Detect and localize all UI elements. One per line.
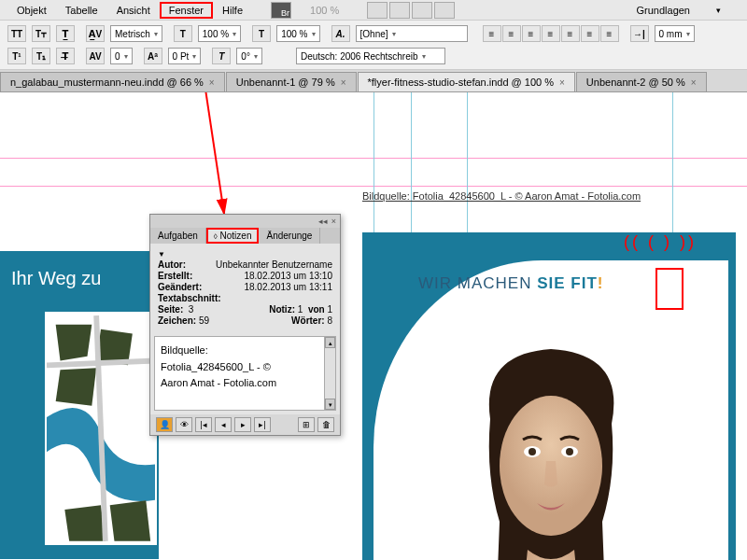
align-center-icon[interactable]: ≡ — [502, 25, 521, 42]
document-canvas[interactable]: Ihr Weg zu Bildquelle: Fotolia_42845600_… — [0, 92, 747, 560]
close-icon[interactable]: × — [691, 77, 697, 88]
zoom-display[interactable]: 100 % — [301, 2, 348, 19]
strike-icon[interactable]: T̶ — [56, 48, 75, 64]
menu-tabelle[interactable]: Tabelle — [56, 2, 107, 19]
align-right-icon[interactable]: ≡ — [522, 25, 541, 42]
first-icon[interactable]: |◂ — [195, 417, 212, 432]
next-icon[interactable]: ▸ — [234, 417, 251, 432]
panel-tabs: Aufgaben ◊ Notizen Änderunge — [150, 228, 340, 244]
map-image — [45, 312, 157, 545]
note-content[interactable]: Bildquelle: Fotolia_42845600_L - © Aaron… — [154, 336, 336, 411]
close-icon[interactable]: × — [559, 77, 565, 88]
hscale-icon[interactable]: T — [174, 25, 192, 42]
screen-mode-icon[interactable] — [434, 2, 455, 19]
note-anchor-marks: (( ( ) )) — [624, 232, 697, 252]
justify-left-icon[interactable]: ≡ — [561, 25, 580, 42]
doc-tab-3[interactable]: Unbenannt-2 @ 50 %× — [576, 72, 707, 91]
tab-notizen[interactable]: ◊ Notizen — [206, 228, 260, 244]
smallcaps-icon[interactable]: Tᴛ — [32, 25, 50, 42]
vscale-icon[interactable]: T — [252, 25, 271, 42]
doc-tab-0[interactable]: n_galabau_mustermann-neu.indd @ 66 %× — [0, 72, 225, 91]
tab-aenderungen[interactable]: Änderunge — [259, 228, 320, 244]
hscale-select[interactable]: 100 % — [198, 25, 241, 42]
close-icon[interactable]: × — [209, 77, 215, 88]
tracking-icon[interactable]: AV — [86, 48, 105, 64]
doc-tab-2[interactable]: *flyer-fitness-studio-stefan.indd @ 100 … — [358, 72, 575, 91]
super-icon[interactable]: T¹ — [7, 48, 26, 64]
prev-icon[interactable]: ◂ — [215, 417, 232, 432]
kerning-select[interactable]: Metrisch — [110, 25, 162, 42]
highlight-exclamation — [655, 268, 684, 310]
indent-select[interactable]: 0 mm — [655, 25, 695, 42]
kerning-icon[interactable]: A̲V — [86, 25, 105, 42]
arrange-icon[interactable] — [412, 2, 432, 19]
menu-hilfe[interactable]: Hilfe — [213, 2, 252, 19]
type-toolbar-1: TT Tᴛ T̲ A̲V Metrisch T 100 % T 100 % A.… — [7, 22, 740, 45]
indent-icon[interactable]: →| — [630, 25, 649, 42]
tracking-select[interactable]: 0 — [110, 48, 133, 64]
image-caption: Bildquelle: Fotolia_42845600_L - © Aaron… — [362, 190, 641, 202]
view-mode-icon[interactable] — [367, 2, 388, 19]
justify-center-icon[interactable]: ≡ — [581, 25, 599, 42]
charstyle-select[interactable]: [Ohne] — [356, 25, 468, 42]
baseline-select[interactable]: 0 Pt — [168, 48, 202, 64]
panel-titlebar[interactable]: ◂◂× — [150, 215, 340, 228]
workspace-selector[interactable]: Grundlagen — [627, 2, 700, 19]
left-page-title: Ihr Weg zu — [0, 251, 159, 299]
close-panel-icon[interactable]: × — [331, 217, 336, 226]
minimize-icon[interactable]: ◂◂ — [318, 217, 328, 226]
woman-photo — [462, 335, 640, 560]
baseline-icon[interactable]: Aª — [144, 48, 162, 64]
close-icon[interactable]: × — [341, 77, 346, 88]
vscale-select[interactable]: 100 % — [276, 25, 319, 42]
underline-icon[interactable]: T̲ — [56, 25, 75, 42]
lang-select[interactable]: Deutsch: 2006 Rechtschreib — [296, 48, 445, 64]
menu-bar: Objekt Tabelle Ansicht Fenster Hilfe Br … — [0, 0, 747, 21]
menu-ansicht[interactable]: Ansicht — [107, 2, 160, 19]
trash-icon[interactable]: 🗑 — [317, 417, 334, 432]
last-icon[interactable]: ▸| — [254, 417, 271, 432]
doc-tab-1[interactable]: Unbenannt-1 @ 79 %× — [226, 72, 357, 91]
allcaps-icon[interactable]: TT — [7, 25, 26, 42]
skew-select[interactable]: 0° — [236, 48, 262, 64]
menu-objekt[interactable]: Objekt — [7, 2, 56, 19]
document-tabs: n_galabau_mustermann-neu.indd @ 66 %× Un… — [0, 70, 747, 92]
skew-icon[interactable]: T — [212, 48, 231, 64]
map-svg — [47, 314, 155, 543]
panel-footer: 👤 👁 |◂ ◂ ▸ ▸| ⊞ 🗑 — [150, 414, 340, 435]
menu-fenster[interactable]: Fenster — [160, 2, 213, 19]
ruler-icon[interactable] — [389, 2, 410, 19]
svg-line-8 — [196, 92, 224, 214]
type-toolbar-2: T¹ T₁ T̶ AV 0 Aª 0 Pt T 0° Deutsch: 2006… — [7, 45, 740, 67]
new-note-icon[interactable]: ⊞ — [298, 417, 315, 432]
bridge-icon[interactable]: Br — [271, 2, 291, 19]
justify-right-icon[interactable]: ≡ — [600, 25, 619, 42]
scrollbar[interactable]: ▴▾ — [324, 337, 335, 410]
tab-aufgaben[interactable]: Aufgaben — [150, 228, 206, 244]
align-left-icon[interactable]: ≡ — [483, 25, 501, 42]
panel-metadata: ▼ Autor:Unbekannter Benutzername Erstell… — [150, 244, 340, 332]
notes-panel[interactable]: ◂◂× Aufgaben ◊ Notizen Änderunge ▼ Autor… — [149, 214, 341, 436]
svg-point-7 — [566, 448, 573, 455]
eye-icon[interactable]: 👁 — [176, 417, 192, 432]
sub-icon[interactable]: T₁ — [32, 48, 50, 64]
justify-icon[interactable]: ≡ — [542, 25, 560, 42]
svg-point-5 — [529, 448, 536, 455]
charstyle-icon[interactable]: A. — [331, 25, 350, 42]
user-icon[interactable]: 👤 — [156, 417, 173, 432]
